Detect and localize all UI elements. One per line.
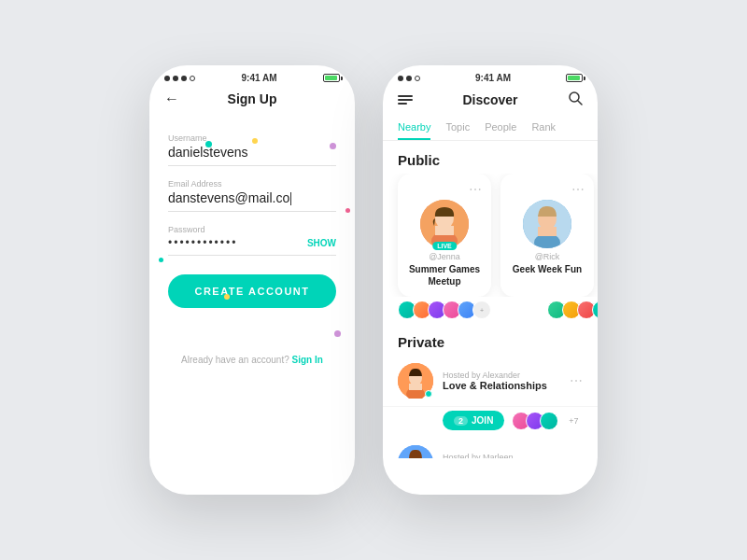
alexander-hosted: Hosted by Alexander	[443, 371, 560, 380]
dot3	[181, 76, 187, 81]
battery-area-right	[566, 74, 583, 82]
discover-header: Discover	[383, 87, 598, 116]
decor-dot-purple2	[334, 330, 341, 337]
tab-topic[interactable]: Topic	[445, 116, 470, 140]
alexander-topic: Love & Relationships	[443, 380, 560, 391]
battery-area-left	[323, 74, 340, 82]
signin-link[interactable]: Sign In	[292, 355, 323, 365]
discover-body: Public ⋯	[383, 141, 598, 458]
card-jenna[interactable]: ⋯ LIVE	[398, 174, 491, 297]
search-icon[interactable]	[568, 91, 583, 108]
rick-followers: +	[547, 301, 598, 319]
alexander-avatar	[398, 363, 433, 399]
jenna-avatar-wrap: LIVE	[420, 200, 469, 248]
text-cursor	[290, 192, 291, 205]
join-row: 2 JOIN +7	[383, 407, 598, 438]
private-item-alexander[interactable]: Hosted by Alexander Love & Relationships…	[383, 356, 598, 407]
signup-title: Sign Up	[228, 91, 277, 106]
password-row: •••••••••••• SHOW	[168, 236, 336, 249]
battery-icon	[323, 74, 340, 82]
signup-form-body: Username danielstevens Email Address dan…	[149, 133, 355, 365]
jenna-username: @Jenna	[407, 252, 482, 261]
left-phone: 9:41 AM ← Sign Up Username danielstevens…	[149, 65, 355, 495]
username-label: Username	[168, 133, 336, 143]
join-label: JOIN	[472, 415, 493, 426]
tab-nearby[interactable]: Nearby	[398, 116, 430, 140]
cards-row: ⋯ LIVE	[383, 174, 598, 297]
dot-r1	[398, 76, 403, 81]
online-dot-alexander	[425, 390, 432, 398]
username-field[interactable]: Username danielstevens	[168, 133, 336, 166]
dot-r2	[406, 76, 412, 81]
live-badge: LIVE	[432, 242, 457, 250]
join-avatars	[512, 412, 558, 430]
join-av-3	[540, 412, 558, 430]
dot-r3	[415, 76, 420, 81]
tab-rank[interactable]: Rank	[531, 116, 556, 140]
private-more-alexander[interactable]: ⋯	[570, 373, 583, 388]
marleen-info: Hosted by Marleen Guide To A Healthy Lif…	[443, 453, 560, 458]
tab-bar: Nearby Topic People Rank	[383, 116, 598, 141]
back-button[interactable]: ←	[164, 91, 179, 107]
card-rick[interactable]: ⋯ @Rick Geek Week Fun	[500, 174, 594, 297]
password-label: Password	[168, 225, 336, 234]
rick-avatar-wrap	[523, 200, 571, 248]
status-bar-right: 9:41 AM	[383, 65, 598, 87]
private-item-marleen[interactable]: Hosted by Marleen Guide To A Healthy Lif…	[383, 438, 598, 458]
marleen-hosted: Hosted by Marleen	[443, 453, 560, 458]
svg-rect-13	[409, 384, 422, 390]
show-password-button[interactable]: SHOW	[307, 238, 336, 248]
password-field[interactable]: Password •••••••••••• SHOW	[168, 225, 336, 256]
hline2	[398, 99, 413, 101]
email-field[interactable]: Email Address danstevens@mail.co	[168, 179, 336, 212]
signal-dots-right	[398, 76, 420, 81]
right-phone: 9:41 AM Discover Nearby Topic People Ran…	[383, 65, 598, 495]
rick-username: @Rick	[510, 252, 585, 261]
decor-dot-pink	[345, 208, 350, 213]
alexander-info: Hosted by Alexander Love & Relationships	[443, 371, 560, 391]
hline3	[398, 103, 407, 105]
tab-people[interactable]: People	[485, 116, 516, 140]
status-time-right: 9:41 AM	[475, 73, 511, 83]
svg-rect-5	[435, 226, 454, 235]
card-more-jenna[interactable]: ⋯	[407, 183, 482, 196]
marleen-avatar	[398, 445, 433, 458]
private-more-marleen[interactable]: ⋯	[570, 455, 583, 458]
password-value: ••••••••••••	[168, 236, 237, 249]
status-bar-left: 9:41 AM	[149, 65, 355, 87]
mini-av-more: +	[472, 301, 491, 319]
private-section-title: Private	[383, 330, 598, 356]
signal-dots	[164, 76, 195, 81]
dot4	[190, 76, 195, 81]
battery-fill	[325, 76, 337, 80]
email-value: danstevens@mail.co	[168, 190, 336, 205]
status-time-left: 9:41 AM	[242, 73, 277, 83]
card-avatars-row: + +	[383, 297, 598, 323]
svg-rect-9	[538, 227, 557, 236]
battery-icon-right	[566, 74, 583, 82]
dot1	[164, 76, 170, 81]
jenna-followers: +	[398, 301, 491, 319]
card-more-rick[interactable]: ⋯	[510, 183, 585, 196]
rick-card-name: Geek Week Fun	[510, 263, 585, 275]
username-value: danielstevens	[168, 145, 336, 160]
public-section-title: Public	[383, 148, 598, 174]
hline1	[398, 95, 413, 97]
rick-avatar	[523, 200, 571, 248]
discover-title: Discover	[462, 92, 517, 107]
join-button[interactable]: 2 JOIN	[443, 411, 504, 430]
battery-fill-right	[568, 76, 580, 80]
email-label: Email Address	[168, 179, 336, 189]
join-more-count: +7	[569, 416, 578, 426]
signin-prompt: Already have an account? Sign In	[168, 355, 336, 365]
dot2	[173, 76, 178, 81]
jenna-card-name: Summer Games Meetup	[407, 263, 482, 287]
decor-dot-teal2	[159, 258, 163, 262]
create-account-button[interactable]: CREATE ACCOUNT	[168, 274, 336, 308]
svg-line-1	[578, 101, 582, 105]
menu-button[interactable]	[398, 95, 413, 105]
join-count: 2	[454, 416, 468, 426]
signup-navbar: ← Sign Up	[149, 87, 355, 115]
